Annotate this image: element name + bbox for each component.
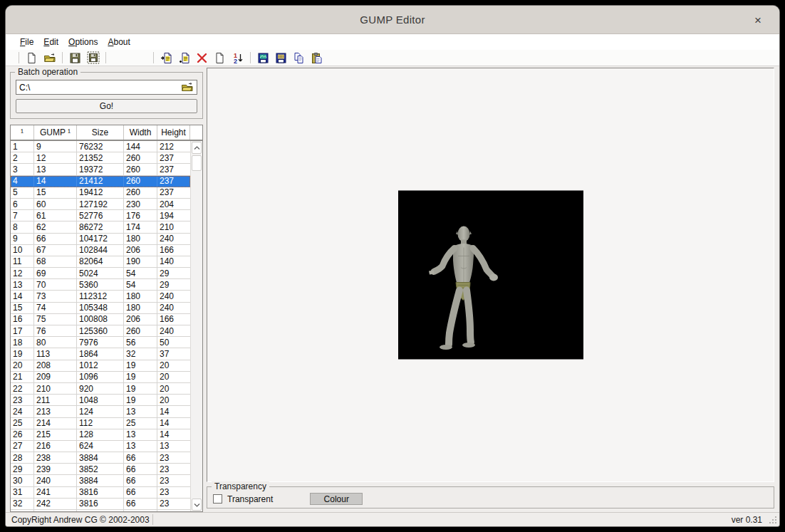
table-row[interactable]: 3324338486623 bbox=[11, 510, 190, 511]
table-row[interactable]: 86286272174210 bbox=[11, 221, 190, 233]
menu-file[interactable]: File bbox=[15, 35, 38, 49]
table-cell: 204 bbox=[157, 199, 191, 210]
table-scrollbar[interactable] bbox=[190, 141, 202, 511]
table-cell: 14 bbox=[34, 176, 77, 187]
table-row[interactable]: 2120910961920 bbox=[11, 372, 190, 383]
table-row[interactable]: 2020810121920 bbox=[11, 360, 190, 372]
table-cell: 12 bbox=[34, 152, 77, 164]
table-row[interactable]: 126950245429 bbox=[11, 268, 190, 279]
table-cell: 239 bbox=[34, 464, 77, 475]
open-folder-icon[interactable] bbox=[41, 51, 58, 65]
colour-button[interactable]: Colour bbox=[310, 493, 363, 505]
table-cell: 144 bbox=[124, 141, 157, 152]
scrollbar-thumb[interactable] bbox=[192, 155, 202, 171]
table-row[interactable]: 222109201920 bbox=[11, 383, 190, 395]
go-button[interactable]: Go! bbox=[16, 99, 197, 113]
save-icon[interactable] bbox=[66, 51, 84, 65]
table-cell: 13 bbox=[34, 164, 77, 175]
save-all-icon[interactable] bbox=[84, 51, 102, 65]
table-row[interactable]: 3124138166623 bbox=[11, 487, 190, 499]
table-cell: 230 bbox=[124, 199, 157, 210]
table-row[interactable]: 51519412260237 bbox=[11, 187, 190, 199]
save-image-icon[interactable] bbox=[254, 51, 272, 65]
table-row[interactable]: 116882064190140 bbox=[11, 256, 190, 268]
header-width[interactable]: Width bbox=[124, 125, 157, 140]
table-cell: 20 bbox=[157, 360, 191, 372]
resize-grip-icon[interactable] bbox=[769, 516, 777, 524]
table-row[interactable]: 137053605429 bbox=[11, 279, 190, 291]
copy-icon[interactable] bbox=[290, 51, 308, 65]
table-cell: 1012 bbox=[77, 360, 124, 372]
table-row[interactable]: 660127192230204 bbox=[11, 199, 190, 210]
table-row[interactable]: 1574105348180240 bbox=[11, 303, 190, 314]
table-cell: 1 bbox=[11, 141, 34, 152]
table-row[interactable]: 1976232144212 bbox=[11, 141, 190, 152]
table-cell: 14 bbox=[157, 406, 191, 417]
blank-page-icon[interactable] bbox=[211, 51, 229, 65]
menu-edit[interactable]: Edit bbox=[38, 35, 63, 49]
table-cell: 19 bbox=[124, 395, 157, 406]
save-gump-icon[interactable] bbox=[272, 51, 290, 65]
table-row[interactable]: 1776125360260240 bbox=[11, 325, 190, 337]
table-cell: 128 bbox=[77, 429, 124, 441]
table-row[interactable]: 31319372260237 bbox=[11, 164, 190, 175]
table-cell: 76 bbox=[34, 325, 77, 337]
table-row[interactable]: 21221352260237 bbox=[11, 152, 190, 164]
path-input[interactable] bbox=[16, 83, 178, 93]
table-cell: 66 bbox=[124, 499, 157, 510]
table-row[interactable]: 1911318643237 bbox=[11, 348, 190, 360]
table-cell: 54 bbox=[124, 268, 157, 279]
table-cell: 19 bbox=[124, 372, 157, 383]
status-separator bbox=[152, 514, 153, 525]
table-row[interactable]: 188079765650 bbox=[11, 337, 190, 348]
table-cell: 66 bbox=[124, 452, 157, 464]
header-gump[interactable]: GUMP ¹ bbox=[34, 125, 77, 140]
sort-12-icon[interactable]: 12 bbox=[229, 51, 246, 65]
table-row[interactable]: 242131241314 bbox=[11, 406, 190, 417]
table-cell: 180 bbox=[124, 303, 157, 314]
table-row[interactable]: 252141122514 bbox=[11, 418, 190, 429]
import-page-icon[interactable] bbox=[157, 51, 175, 65]
table-row[interactable]: 41421412260237 bbox=[11, 176, 190, 187]
header-size[interactable]: Size bbox=[77, 125, 124, 140]
table-row[interactable]: 1067102844206166 bbox=[11, 245, 190, 256]
new-icon[interactable] bbox=[23, 51, 41, 65]
table-cell: 260 bbox=[124, 176, 157, 187]
scroll-up-icon[interactable] bbox=[192, 142, 202, 154]
table-row[interactable]: 272166241313 bbox=[11, 441, 190, 452]
table-row[interactable]: 2923938526623 bbox=[11, 464, 190, 475]
transparent-checkbox[interactable] bbox=[213, 494, 222, 504]
header-index[interactable]: ¹ bbox=[11, 125, 34, 140]
table-row[interactable]: 1473112312180240 bbox=[11, 291, 190, 302]
table-row[interactable]: 76152776176194 bbox=[11, 210, 190, 221]
table-row[interactable]: 3224238166623 bbox=[11, 499, 190, 510]
table-cell: 21 bbox=[11, 372, 34, 383]
menu-about[interactable]: About bbox=[103, 35, 135, 49]
add-page-icon[interactable] bbox=[175, 51, 193, 65]
table-cell: 140 bbox=[157, 256, 191, 268]
table-cell: 127192 bbox=[77, 199, 124, 210]
table-row[interactable]: 966104172180240 bbox=[11, 234, 190, 245]
table-cell: 3852 bbox=[77, 464, 124, 475]
menu-options[interactable]: Options bbox=[63, 35, 103, 49]
table-row[interactable]: 1675100808206166 bbox=[11, 314, 190, 325]
scroll-down-icon[interactable] bbox=[192, 499, 202, 511]
table-row[interactable]: 2321110481920 bbox=[11, 395, 190, 406]
delete-x-icon[interactable] bbox=[193, 51, 211, 65]
header-height[interactable]: Height bbox=[157, 125, 190, 140]
table-cell: 7 bbox=[11, 210, 34, 221]
paste-icon[interactable] bbox=[308, 51, 326, 65]
path-field-wrap bbox=[16, 80, 197, 95]
transparency-group: Transparency Transparent Colour bbox=[207, 486, 774, 508]
table-row[interactable]: 262151281314 bbox=[11, 429, 190, 441]
close-icon[interactable]: × bbox=[754, 14, 761, 26]
table-cell: 10 bbox=[11, 245, 34, 256]
table-cell: 20 bbox=[157, 372, 191, 383]
table-cell: 66 bbox=[34, 234, 77, 245]
table-row[interactable]: 3024038846623 bbox=[11, 475, 190, 486]
table-cell: 23 bbox=[11, 395, 34, 406]
table-cell: 213 bbox=[34, 406, 77, 417]
table-cell: 215 bbox=[34, 429, 77, 441]
table-row[interactable]: 2823838846623 bbox=[11, 452, 190, 464]
browse-folder-icon[interactable] bbox=[178, 80, 197, 94]
